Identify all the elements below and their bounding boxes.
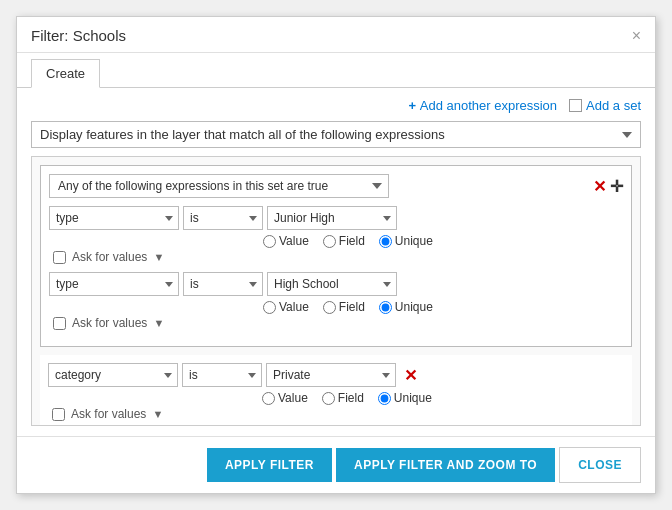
radio-value-1[interactable]: Value — [263, 234, 309, 248]
radio-row-1: Value Field Unique — [263, 234, 623, 248]
outer-radio-unique[interactable]: Unique — [378, 391, 432, 405]
close-x-icon[interactable]: × — [632, 28, 641, 44]
tab-create[interactable]: Create — [31, 59, 100, 88]
radio-row-2: Value Field Unique — [263, 300, 623, 314]
delete-set-icon[interactable]: ✕ — [593, 177, 606, 196]
add-set-checkbox-icon — [569, 99, 582, 112]
set-block-1: Any of the following expressions in this… — [40, 165, 632, 347]
scroll-area[interactable]: Any of the following expressions in this… — [31, 156, 641, 426]
outer-val-select[interactable]: Private — [266, 363, 396, 387]
op-select-1[interactable]: is — [183, 206, 263, 230]
op-select-2[interactable]: is — [183, 272, 263, 296]
val-select-2[interactable]: High School — [267, 272, 397, 296]
main-select-row: Display features in the layer that match… — [31, 121, 641, 148]
dialog-body: Add another expression Add a set Display… — [17, 88, 655, 436]
outer-radio-value[interactable]: Value — [262, 391, 308, 405]
main-select[interactable]: Display features in the layer that match… — [31, 121, 641, 148]
ask-chevron-icon-1[interactable]: ▼ — [153, 251, 164, 263]
ask-values-checkbox-1[interactable] — [53, 251, 66, 264]
add-expression-link[interactable]: Add another expression — [409, 98, 558, 113]
dialog-title-bar: Filter: Schools × — [17, 17, 655, 53]
outer-expr-row: category is Private ✕ — [48, 363, 624, 387]
dialog-title: Filter: Schools — [31, 27, 126, 44]
radio-field-2[interactable]: Field — [323, 300, 365, 314]
ask-chevron-icon-2[interactable]: ▼ — [153, 317, 164, 329]
outer-icons: ✕ — [404, 366, 417, 385]
top-actions: Add another expression Add a set — [31, 98, 641, 113]
close-button[interactable]: CLOSE — [559, 447, 641, 483]
apply-filter-button[interactable]: APPLY FILTER — [207, 448, 332, 482]
add-set-link[interactable]: Add a set — [569, 98, 641, 113]
radio-unique-1[interactable]: Unique — [379, 234, 433, 248]
radio-value-2[interactable]: Value — [263, 300, 309, 314]
field-select-2[interactable]: type — [49, 272, 179, 296]
set-header-select[interactable]: Any of the following expressions in this… — [49, 174, 389, 198]
ask-row-2: Ask for values ▼ — [53, 316, 623, 330]
outer-radio-row: Value Field Unique — [262, 391, 624, 405]
expression-row-1: type is Junior High — [49, 206, 623, 230]
ask-row-1: Ask for values ▼ — [53, 250, 623, 264]
tabs-bar: Create — [17, 53, 655, 88]
field-select-1[interactable]: type — [49, 206, 179, 230]
outer-expression-block: category is Private ✕ Value — [40, 355, 632, 426]
val-select-1[interactable]: Junior High — [267, 206, 397, 230]
ask-values-checkbox-2[interactable] — [53, 317, 66, 330]
expression-row-2: type is High School — [49, 272, 623, 296]
outer-radio-field[interactable]: Field — [322, 391, 364, 405]
radio-field-1[interactable]: Field — [323, 234, 365, 248]
dialog-footer: APPLY FILTER APPLY FILTER AND ZOOM TO CL… — [17, 436, 655, 493]
radio-unique-2[interactable]: Unique — [379, 300, 433, 314]
outer-ask-chevron-icon[interactable]: ▼ — [152, 408, 163, 420]
filter-dialog: Filter: Schools × Create Add another exp… — [16, 16, 656, 494]
delete-outer-icon[interactable]: ✕ — [404, 366, 417, 385]
apply-filter-zoom-button[interactable]: APPLY FILTER AND ZOOM TO — [336, 448, 555, 482]
outer-ask-checkbox[interactable] — [52, 408, 65, 421]
move-set-icon[interactable]: ✛ — [610, 177, 623, 196]
set-header: Any of the following expressions in this… — [49, 174, 623, 198]
outer-ask-row: Ask for values ▼ — [52, 407, 624, 421]
outer-op-select[interactable]: is — [182, 363, 262, 387]
outer-field-select[interactable]: category — [48, 363, 178, 387]
set-icons: ✕ ✛ — [593, 177, 623, 196]
